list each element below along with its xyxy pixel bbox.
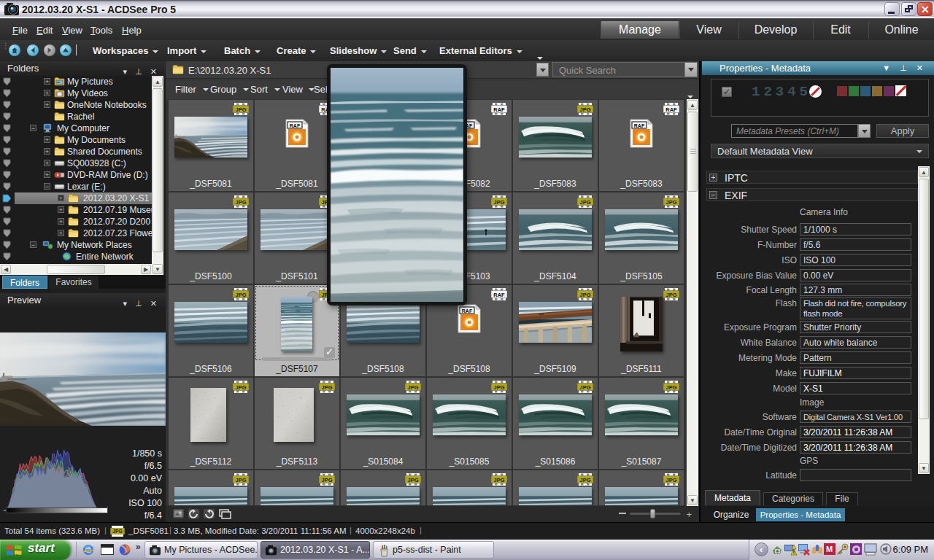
svg-text:JPG: JPG bbox=[407, 384, 418, 391]
svg-text:JPG: JPG bbox=[321, 477, 332, 483]
svg-text:!: ! bbox=[793, 550, 795, 555]
svg-text:JPG: JPG bbox=[665, 199, 676, 206]
svg-text:JPG: JPG bbox=[579, 292, 590, 298]
svg-text:JPG: JPG bbox=[665, 292, 676, 298]
svg-text:JPG: JPG bbox=[407, 477, 418, 483]
svg-text:JPG: JPG bbox=[579, 106, 590, 113]
svg-text:JPG: JPG bbox=[579, 477, 590, 483]
svg-text:JPG: JPG bbox=[493, 199, 504, 206]
svg-text:RAF: RAF bbox=[493, 292, 505, 298]
svg-text:RAF: RAF bbox=[634, 123, 645, 128]
svg-text:JPG: JPG bbox=[235, 384, 246, 391]
svg-text:JPG: JPG bbox=[235, 199, 246, 206]
svg-text:JPG: JPG bbox=[665, 477, 676, 483]
svg-text:RAF: RAF bbox=[493, 106, 505, 113]
svg-text:JPG: JPG bbox=[235, 292, 246, 298]
svg-text:RAF: RAF bbox=[665, 106, 677, 113]
svg-text:RAF: RAF bbox=[462, 308, 473, 314]
svg-text:JPG: JPG bbox=[321, 384, 332, 391]
svg-text:JPG: JPG bbox=[112, 529, 122, 534]
svg-text:JPG: JPG bbox=[579, 384, 590, 391]
svg-text:JPG: JPG bbox=[235, 106, 246, 113]
svg-text:JPG: JPG bbox=[665, 384, 676, 391]
svg-text:JPG: JPG bbox=[579, 199, 590, 206]
svg-text:JPG: JPG bbox=[493, 477, 504, 483]
svg-text:JPG: JPG bbox=[493, 384, 504, 391]
svg-text:JPG: JPG bbox=[235, 477, 246, 483]
svg-text:RAF: RAF bbox=[290, 123, 301, 128]
